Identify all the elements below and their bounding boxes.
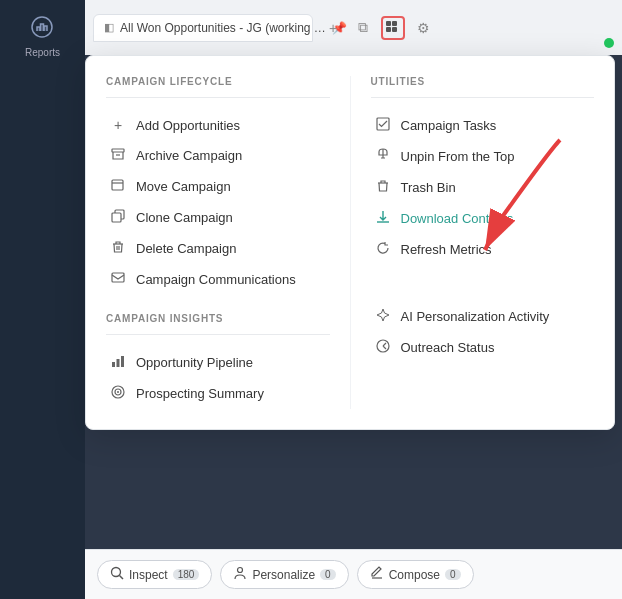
- trash-icon: [375, 179, 391, 196]
- svg-rect-4: [392, 27, 397, 32]
- inspect-label: Inspect: [129, 568, 168, 582]
- delete-campaign-label: Delete Campaign: [136, 241, 236, 256]
- svg-rect-2: [392, 21, 397, 26]
- delete-icon: [110, 240, 126, 257]
- archive-campaign-label: Archive Campaign: [136, 148, 242, 163]
- opportunity-pipeline-label: Opportunity Pipeline: [136, 355, 253, 370]
- utilities-header: UTILITIES: [371, 76, 595, 87]
- refresh-metrics-label: Refresh Metrics: [401, 242, 492, 257]
- campaign-communications-label: Campaign Communications: [136, 272, 296, 287]
- compose-button[interactable]: Compose 0: [357, 560, 474, 589]
- svg-rect-11: [117, 359, 120, 367]
- utilities-column: UTILITIES Campaign Tasks: [351, 76, 615, 409]
- settings-button[interactable]: ⚙: [411, 16, 435, 40]
- ai-personalization-label: AI Personalization Activity: [401, 309, 550, 324]
- lifecycle-column: CAMPAIGN LIFECYCLE + Add Opportunities A…: [86, 76, 351, 409]
- outreach-status-label: Outreach Status: [401, 340, 495, 355]
- campaign-tasks-label: Campaign Tasks: [401, 118, 497, 133]
- pipeline-icon: [110, 354, 126, 371]
- ai-icon: [375, 308, 391, 325]
- sidebar-reports-label: Reports: [25, 47, 60, 58]
- compose-icon: [370, 566, 384, 583]
- clone-icon: [110, 209, 126, 226]
- personalize-icon: [233, 566, 247, 583]
- outreach-status-item[interactable]: Outreach Status: [371, 332, 595, 363]
- dropdown-menu: CAMPAIGN LIFECYCLE + Add Opportunities A…: [85, 55, 615, 430]
- inspect-button[interactable]: Inspect 180: [97, 560, 212, 589]
- tab-icon: ◧: [104, 21, 114, 34]
- unpin-item[interactable]: Unpin From the Top: [371, 141, 595, 172]
- new-tab-button[interactable]: +: [321, 16, 345, 40]
- lifecycle-header: CAMPAIGN LIFECYCLE: [106, 76, 330, 87]
- svg-point-15: [117, 391, 119, 393]
- svg-rect-10: [112, 362, 115, 367]
- compose-count: 0: [445, 569, 461, 580]
- svg-rect-3: [386, 27, 391, 32]
- compose-label: Compose: [389, 568, 440, 582]
- bottom-toolbar: Inspect 180 Personalize 0 Compose 0: [85, 549, 622, 599]
- insights-header: CAMPAIGN INSIGHTS: [106, 313, 330, 324]
- tasks-icon: [375, 117, 391, 134]
- download-contacts-label: Download Contacts: [401, 211, 514, 226]
- personalize-label: Personalize: [252, 568, 315, 582]
- prospecting-icon: [110, 385, 126, 402]
- svg-point-20: [238, 568, 243, 573]
- inspect-count: 180: [173, 569, 200, 580]
- personalize-count: 0: [320, 569, 336, 580]
- menu-columns: CAMPAIGN LIFECYCLE + Add Opportunities A…: [86, 76, 614, 409]
- clone-campaign-label: Clone Campaign: [136, 210, 233, 225]
- trash-bin-label: Trash Bin: [401, 180, 456, 195]
- unpin-label: Unpin From the Top: [401, 149, 515, 164]
- move-campaign-item[interactable]: Move Campaign: [106, 171, 330, 202]
- personalize-button[interactable]: Personalize 0: [220, 560, 348, 589]
- trash-bin-item[interactable]: Trash Bin: [371, 172, 595, 203]
- campaign-tasks-item[interactable]: Campaign Tasks: [371, 110, 595, 141]
- lifecycle-divider: [106, 97, 330, 98]
- sidebar-item-reports[interactable]: Reports: [17, 8, 68, 66]
- svg-rect-8: [112, 213, 121, 222]
- active-tab[interactable]: ◧ All Won Opportunities - JG (working … …: [93, 14, 313, 42]
- sidebar: Reports: [0, 0, 85, 599]
- add-opportunities-label: Add Opportunities: [136, 118, 240, 133]
- tab-bar: ◧ All Won Opportunities - JG (working … …: [85, 0, 622, 55]
- refresh-icon: [375, 241, 391, 258]
- inspect-icon: [110, 566, 124, 583]
- refresh-metrics-item[interactable]: Refresh Metrics: [371, 234, 595, 265]
- utilities-divider: [371, 97, 595, 98]
- outreach-icon: [375, 339, 391, 356]
- copy-tab-button[interactable]: ⧉: [351, 16, 375, 40]
- archive-icon: [110, 147, 126, 164]
- svg-rect-12: [121, 356, 124, 367]
- tab-title: All Won Opportunities - JG (working …: [120, 21, 326, 35]
- svg-rect-6: [112, 180, 123, 190]
- communications-icon: [110, 271, 126, 288]
- move-campaign-label: Move Campaign: [136, 179, 231, 194]
- grid-menu-button[interactable]: [381, 16, 405, 40]
- archive-campaign-item[interactable]: Archive Campaign: [106, 140, 330, 171]
- ai-personalization-item[interactable]: AI Personalization Activity: [371, 301, 595, 332]
- delete-campaign-item[interactable]: Delete Campaign: [106, 233, 330, 264]
- unpin-icon: [375, 148, 391, 165]
- svg-point-19: [112, 568, 121, 577]
- svg-rect-5: [112, 149, 124, 152]
- reports-icon: [31, 16, 53, 43]
- clone-campaign-item[interactable]: Clone Campaign: [106, 202, 330, 233]
- campaign-communications-item[interactable]: Campaign Communications: [106, 264, 330, 295]
- prospecting-summary-item[interactable]: Prospecting Summary: [106, 378, 330, 409]
- move-icon: [110, 178, 126, 195]
- tab-actions: + ⧉ ⚙: [321, 16, 435, 40]
- insights-divider: [106, 334, 330, 335]
- svg-rect-9: [112, 273, 124, 282]
- download-contacts-item[interactable]: Download Contacts: [371, 203, 595, 234]
- download-icon: [375, 210, 391, 227]
- add-opportunities-item[interactable]: + Add Opportunities: [106, 110, 330, 140]
- status-dot: [604, 38, 614, 48]
- add-icon: +: [110, 117, 126, 133]
- svg-rect-1: [386, 21, 391, 26]
- svg-rect-16: [377, 118, 389, 130]
- opportunity-pipeline-item[interactable]: Opportunity Pipeline: [106, 347, 330, 378]
- prospecting-summary-label: Prospecting Summary: [136, 386, 264, 401]
